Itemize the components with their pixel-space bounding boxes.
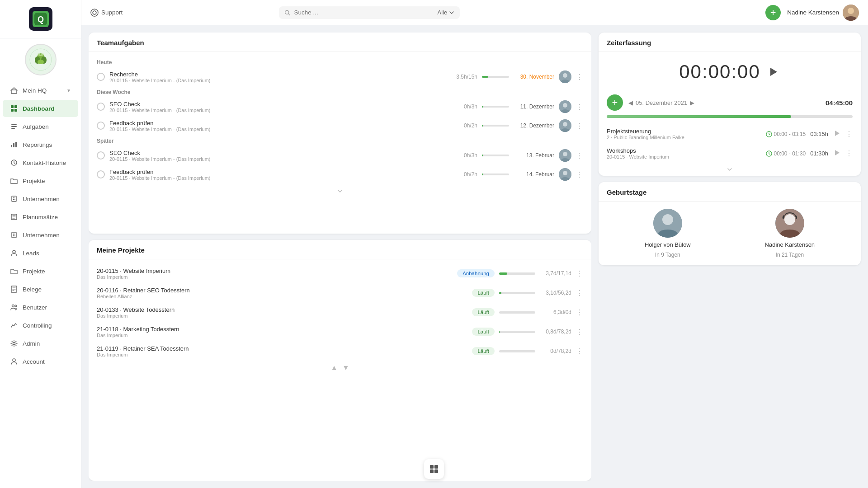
- sidebar-item-account[interactable]: Account: [3, 353, 78, 370]
- geburtstage-title: Geburtstage: [607, 188, 646, 196]
- sidebar-item-projekte-1[interactable]: Projekte: [3, 172, 78, 189]
- sidebar-item-controlling[interactable]: Controlling: [3, 317, 78, 334]
- leads-icon: [10, 249, 18, 257]
- sidebar-item-kontakt-historie[interactable]: Kontakt-Historie: [3, 154, 78, 171]
- task-info: SEO Check 20-0115 · Website Imperium - (…: [109, 150, 459, 162]
- task-time: 0h/3h: [464, 152, 477, 159]
- sidebar-item-benutzer[interactable]: Benutzer: [3, 299, 78, 316]
- task-menu[interactable]: ⋮: [576, 73, 583, 81]
- zeiterfassung-header: Zeiterfassung: [599, 33, 861, 52]
- svg-rect-27: [14, 234, 15, 235]
- task-checkbox[interactable]: [97, 103, 105, 111]
- sidebar-item-label: Planumsätze: [23, 214, 58, 221]
- time-entry: Projektsteuerung 2 · Public Branding Mil…: [599, 124, 861, 144]
- svg-text:Q: Q: [38, 15, 44, 24]
- birthday-avatar: [775, 209, 804, 238]
- teamaufgaben-header: Teamaufgaben: [89, 33, 591, 52]
- sidebar-item-admin[interactable]: Admin: [3, 335, 78, 352]
- entry-menu[interactable]: ⋮: [845, 149, 853, 158]
- project-menu[interactable]: ⋮: [576, 289, 583, 297]
- meine-projekte-title: Meine Projekte: [97, 246, 145, 254]
- time-expand-button[interactable]: [599, 163, 861, 176]
- task-progress-fill: [482, 174, 483, 175]
- entry-menu[interactable]: ⋮: [845, 130, 853, 138]
- timer-prev-button[interactable]: ◀: [628, 99, 633, 106]
- task-checkbox[interactable]: [97, 73, 105, 81]
- svg-rect-9: [14, 105, 17, 108]
- svg-rect-15: [11, 145, 12, 147]
- support-link[interactable]: Support: [90, 9, 123, 17]
- project-progress-bar: [499, 311, 535, 314]
- sidebar-item-dashboard[interactable]: Dashboard: [3, 100, 78, 117]
- time-entry-duration: 03:15h: [810, 131, 828, 137]
- svg-rect-28: [13, 235, 14, 236]
- svg-point-35: [13, 359, 15, 361]
- svg-line-39: [95, 14, 96, 14]
- sidebar-item-label: Dashboard: [23, 105, 55, 112]
- prev-icon[interactable]: ▲: [330, 364, 338, 372]
- search-input[interactable]: [294, 9, 434, 16]
- sidebar-item-leads[interactable]: Leads: [3, 244, 78, 262]
- sidebar-item-mein-hq[interactable]: Mein HQ ▼: [3, 82, 78, 99]
- search-filter[interactable]: Alle: [438, 9, 455, 16]
- task-time: 0h/3h: [464, 103, 477, 110]
- expand-button[interactable]: [89, 184, 591, 198]
- svg-point-36: [91, 9, 98, 16]
- task-checkbox[interactable]: [97, 151, 105, 160]
- task-avatar: [559, 70, 571, 83]
- sidebar-item-label: Account: [23, 358, 45, 365]
- sidebar-item-belege[interactable]: Belege: [3, 281, 78, 298]
- svg-rect-11: [14, 109, 17, 112]
- timer-next-button[interactable]: ▶: [690, 99, 694, 106]
- time-entry-duration: 01:30h: [810, 150, 828, 157]
- next-icon[interactable]: ▼: [342, 364, 349, 372]
- user-info[interactable]: Nadine Karstensen: [787, 5, 859, 21]
- add-button[interactable]: +: [765, 5, 781, 20]
- task-menu[interactable]: ⋮: [576, 103, 583, 111]
- svg-rect-25: [12, 232, 16, 238]
- project-menu[interactable]: ⋮: [576, 269, 583, 278]
- main-area: Support Alle + Nadine Karstensen: [81, 0, 868, 488]
- zeiterfassung-card: Zeiterfassung 00:00:00 + ◀ 05. Dezember …: [599, 33, 861, 176]
- project-menu[interactable]: ⋮: [576, 347, 583, 356]
- task-menu[interactable]: ⋮: [576, 151, 583, 160]
- project-badge: Anbahnung: [457, 269, 495, 277]
- receipt-icon: [10, 285, 18, 293]
- task-menu[interactable]: ⋮: [576, 122, 583, 130]
- project-sub: Das Imperium: [97, 313, 467, 319]
- sidebar-item-projekte-2[interactable]: Projekte: [3, 263, 78, 280]
- list-item: 21-0119 · Retainer SEA Todesstern Das Im…: [89, 342, 591, 361]
- grid-view-button[interactable]: [424, 459, 444, 479]
- entry-play-button[interactable]: [833, 129, 841, 139]
- task-checkbox[interactable]: [97, 170, 105, 178]
- entry-play-button[interactable]: [833, 149, 841, 159]
- task-info: Feedback prüfen 20-0115 · Website Imperi…: [109, 120, 459, 132]
- time-entry-info: Workshops 20-0115 · Website Imperium: [607, 147, 761, 160]
- timer-add-button[interactable]: +: [607, 94, 623, 111]
- task-progress-fill: [482, 76, 488, 78]
- chart-icon: [10, 141, 18, 149]
- sidebar-item-label: Admin: [23, 340, 40, 347]
- filter-label: Alle: [438, 9, 448, 16]
- company-logo-svg: [29, 48, 52, 71]
- sidebar-item-reportings[interactable]: Reportings: [3, 136, 78, 153]
- timer-play-button[interactable]: [766, 65, 780, 79]
- task-menu[interactable]: ⋮: [576, 170, 583, 179]
- sidebar-item-unternehmen-1[interactable]: Unternehmen: [3, 190, 78, 207]
- project-days: 6,3d/0d: [540, 309, 571, 315]
- topbar: Support Alle + Nadine Karstensen: [81, 0, 868, 25]
- company-icon: [10, 231, 18, 239]
- project-menu[interactable]: ⋮: [576, 328, 583, 336]
- sidebar-item-planumssaetze[interactable]: Planumsätze: [3, 208, 78, 225]
- project-progress-bar: [499, 292, 535, 294]
- project-menu[interactable]: ⋮: [576, 308, 583, 317]
- avatar: [843, 5, 859, 21]
- sidebar-item-unternehmen-2[interactable]: Unternehmen: [3, 226, 78, 244]
- task-time: 0h/2h: [464, 122, 477, 129]
- birthday-avatar: [653, 209, 682, 238]
- svg-rect-68: [434, 469, 438, 473]
- svg-rect-22: [13, 199, 14, 200]
- svg-rect-13: [11, 126, 17, 127]
- task-checkbox[interactable]: [97, 122, 105, 130]
- sidebar-item-aufgaben[interactable]: Aufgaben: [3, 118, 78, 135]
